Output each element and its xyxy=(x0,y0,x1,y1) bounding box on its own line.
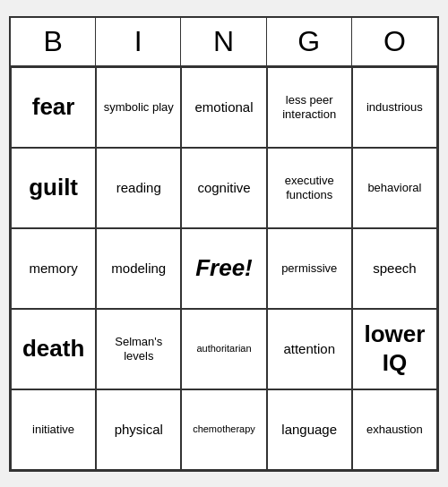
bingo-header-letter: N xyxy=(181,18,266,65)
bingo-cell: physical xyxy=(96,389,181,470)
bingo-cell: permissive xyxy=(267,228,352,309)
bingo-cell: less peer interaction xyxy=(267,67,352,148)
bingo-cell: exhaustion xyxy=(352,389,437,470)
bingo-cell: industrious xyxy=(352,67,437,148)
bingo-cell: reading xyxy=(96,148,181,228)
bingo-grid: fearsymbolic playemotionalless peer inte… xyxy=(11,67,437,470)
bingo-cell: initiative xyxy=(11,389,96,470)
bingo-cell: symbolic play xyxy=(96,67,181,148)
bingo-cell: Selman's levels xyxy=(96,309,181,389)
bingo-cell: authoritarian xyxy=(181,309,266,389)
bingo-cell: emotional xyxy=(181,67,266,148)
bingo-cell: memory xyxy=(11,228,96,309)
bingo-cell: behavioral xyxy=(352,148,437,228)
bingo-header-letter: O xyxy=(352,18,437,65)
bingo-cell: death xyxy=(11,309,96,389)
bingo-cell: Free! xyxy=(181,228,266,309)
bingo-cell: lower IQ xyxy=(352,309,437,389)
bingo-cell: executive functions xyxy=(267,148,352,228)
bingo-header: BINGO xyxy=(11,18,437,67)
bingo-card: BINGO fearsymbolic playemotionalless pee… xyxy=(9,16,439,472)
bingo-cell: guilt xyxy=(11,148,96,228)
bingo-cell: attention xyxy=(267,309,352,389)
bingo-cell: speech xyxy=(352,228,437,309)
bingo-header-letter: G xyxy=(267,18,352,65)
bingo-cell: fear xyxy=(11,67,96,148)
bingo-cell: chemotherapy xyxy=(181,389,266,470)
bingo-header-letter: B xyxy=(11,18,96,65)
bingo-cell: language xyxy=(267,389,352,470)
bingo-cell: modeling xyxy=(96,228,181,309)
bingo-cell: cognitive xyxy=(181,148,266,228)
bingo-header-letter: I xyxy=(96,18,181,65)
